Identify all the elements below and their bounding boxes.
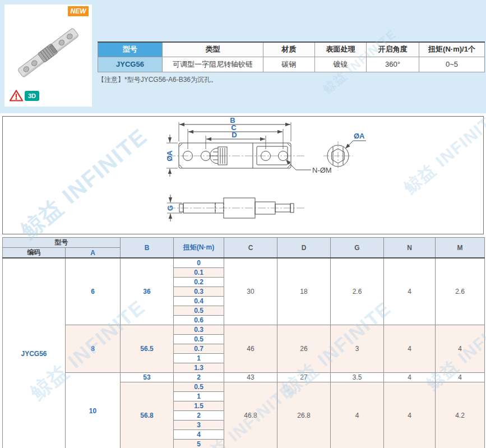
dim-table-row: JYCG56636030182.642.6 — [3, 258, 485, 268]
dim-g-value: 2.6 — [331, 258, 384, 325]
dim-c-value: 46 — [224, 325, 277, 373]
dim-a-value: 6 — [66, 258, 121, 325]
spec-header-material: 材质 — [263, 42, 315, 57]
dim-d-value: 27 — [277, 373, 331, 382]
dim-m-value: 4 — [436, 325, 485, 373]
dim-table-body: JYCG56636030182.642.60.10.20.30.40.50.68… — [3, 258, 485, 448]
dim-model-value: JYCG56 — [3, 258, 66, 448]
spec-model-value: JYCG56 — [98, 57, 163, 72]
dim-g-value: 3 — [331, 325, 384, 373]
dim-torque-value: 3 — [174, 421, 224, 430]
dim-torque-value: 1 — [174, 392, 224, 401]
product-image — [8, 17, 89, 90]
dim-c-value: 46.8 — [224, 382, 277, 448]
warning-icon — [9, 89, 24, 102]
dim-torque-value: 1 — [174, 354, 224, 363]
dim-d-value: 26 — [277, 325, 331, 373]
dim-header-a: A — [66, 248, 121, 258]
spec-torque-value: 0~5 — [419, 57, 485, 72]
dim-header-row-1: 型号 B 扭矩(N·m) C D G N M — [3, 238, 485, 248]
dim-c-value: 43 — [224, 373, 277, 382]
dim-label-g: G — [166, 205, 174, 211]
dim-b-value: 56.8 — [121, 382, 174, 448]
spec-table: 型号 类型 材质 表面处理 开启角度 扭矩(N·m)/1个 JYCG56 可调型… — [98, 41, 485, 72]
spec-header-type: 类型 — [163, 42, 263, 57]
dim-label-dia-a-left: ØA — [165, 150, 174, 161]
dim-torque-value: 0.5 — [174, 306, 224, 316]
spec-header-row: 型号 类型 材质 表面处理 开启角度 扭矩(N·m)/1个 — [98, 42, 485, 57]
dim-n-value: 4 — [384, 382, 436, 448]
dim-m-value: 4.2 — [436, 382, 485, 448]
spec-material-value: 碳钢 — [263, 57, 315, 72]
dim-torque-value: 0.2 — [174, 278, 224, 287]
dim-header-b: B — [121, 238, 174, 258]
spec-header-torque: 扭矩(N·m)/1个 — [419, 42, 485, 57]
dim-torque-value: 4 — [174, 430, 224, 440]
technical-drawing: B C D ØA N-ØM ØA G — [3, 117, 483, 234]
dim-table-row: 856.50.34626344 — [3, 325, 485, 335]
dim-torque-value: 1.5 — [174, 401, 224, 411]
dim-torque-value: 0.5 — [174, 382, 224, 392]
dim-label-d: D — [232, 131, 237, 139]
dim-header-torque: 扭矩(N·m) — [174, 238, 224, 258]
dim-header-g: G — [331, 238, 384, 258]
dim-n-value: 4 — [384, 325, 436, 373]
dim-b-value: 36 — [121, 258, 174, 325]
dim-torque-value: 0.5 — [174, 335, 224, 344]
dim-torque-value: 0.3 — [174, 325, 224, 335]
top-section: NEW 3D — [0, 0, 486, 113]
spec-header-model: 型号 — [98, 42, 163, 57]
dim-header-n: N — [384, 238, 436, 258]
spec-surface-value: 镀镍 — [315, 57, 367, 72]
dim-c-value: 30 — [224, 258, 277, 325]
dim-m-value: 2.6 — [436, 258, 485, 325]
dim-torque-value: 2 — [174, 411, 224, 421]
spec-data-row: JYCG56 可调型一字阻尼转轴铰链 碳钢 镀镍 360° 0~5 — [98, 57, 485, 72]
dim-header-c: C — [224, 238, 277, 258]
dim-torque-value: 5 — [174, 440, 224, 448]
dim-n-value: 4 — [384, 258, 436, 325]
spec-angle-value: 360° — [367, 57, 419, 72]
dim-torque-value: 0.4 — [174, 297, 224, 306]
dim-b-value: 56.5 — [121, 325, 174, 373]
dim-header-m: M — [436, 238, 485, 258]
dim-torque-value: 0.7 — [174, 344, 224, 354]
dim-d-value: 26.8 — [277, 382, 331, 448]
dim-m-value: 4 — [436, 373, 485, 382]
dim-header-model-group: 型号 — [3, 238, 121, 248]
dim-torque-value: 1.3 — [174, 363, 224, 373]
dim-a-value: 10 — [66, 373, 121, 448]
spec-header-surface: 表面处理 — [315, 42, 367, 57]
new-badge: NEW — [68, 6, 89, 16]
dimension-table: 型号 B 扭矩(N·m) C D G N M 编码 A JYCG56636030… — [2, 237, 485, 448]
dim-torque-value: 0.1 — [174, 268, 224, 278]
dim-torque-value: 0.3 — [174, 287, 224, 297]
view-3d-button[interactable]: 3D — [25, 91, 39, 101]
dim-torque-value: 0.6 — [174, 316, 224, 325]
dim-n-value: 4 — [384, 373, 436, 382]
dim-label-n-m: N-ØM — [312, 166, 332, 174]
dim-a-value: 8 — [66, 325, 121, 373]
dim-d-value: 18 — [277, 258, 331, 325]
dim-torque-value: 2 — [174, 373, 224, 382]
product-card: NEW 3D — [4, 4, 92, 107]
dim-header-code: 编码 — [3, 248, 66, 258]
dim-torque-value: 0 — [174, 258, 224, 268]
spec-type-value: 可调型一字阻尼转轴铰链 — [163, 57, 263, 72]
technical-drawing-panel: B C D ØA N-ØM ØA G — [2, 116, 484, 234]
dim-label-dia-a-right: ØA — [354, 132, 365, 140]
dim-table-row: 1053243273.544 — [3, 373, 485, 382]
dim-g-value: 4 — [331, 382, 384, 448]
note-text: 【注意】*型号JYCG56-A6-B36为沉孔。 — [98, 75, 217, 85]
dim-b-value: 53 — [121, 373, 174, 382]
dim-g-value: 3.5 — [331, 373, 384, 382]
spec-header-angle: 开启角度 — [367, 42, 419, 57]
dim-header-d: D — [277, 238, 331, 258]
